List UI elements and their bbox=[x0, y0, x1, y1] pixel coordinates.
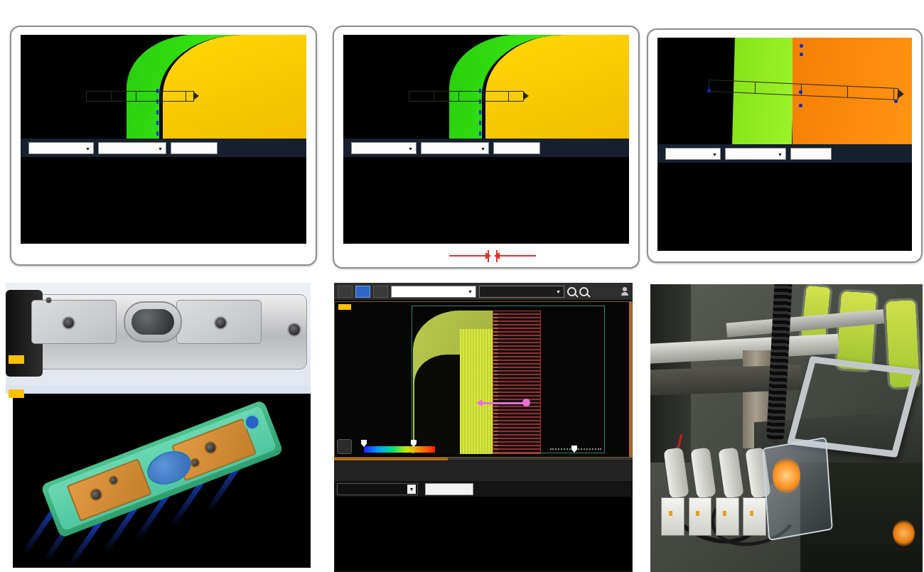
arrow-left-icon bbox=[499, 255, 536, 257]
gap-measure-arrow bbox=[482, 402, 526, 404]
vertical-scrollbar[interactable] bbox=[629, 302, 632, 457]
profile-chart-area bbox=[343, 157, 629, 244]
step-profile-chart[interactable] bbox=[21, 157, 306, 244]
tab-3d[interactable] bbox=[373, 286, 388, 298]
measurement-roi[interactable] bbox=[409, 91, 524, 102]
roi-node[interactable] bbox=[799, 104, 802, 107]
pin-hole bbox=[45, 297, 52, 303]
dropdown-caret-icon bbox=[712, 150, 717, 158]
dropdown-caret-icon bbox=[778, 150, 783, 158]
tab-2d[interactable] bbox=[355, 286, 370, 298]
sensor-box bbox=[743, 497, 766, 536]
physical-photo bbox=[6, 283, 311, 385]
battery-cap-3d bbox=[41, 399, 284, 538]
step-detection-window bbox=[10, 26, 317, 266]
fill-hole bbox=[287, 323, 301, 337]
height-image-view bbox=[343, 35, 629, 139]
output-select[interactable] bbox=[28, 142, 94, 154]
preweld-detection-window bbox=[647, 28, 923, 263]
vision-toolbar bbox=[21, 139, 306, 157]
fit-view-icon[interactable] bbox=[591, 286, 605, 297]
sensor-box bbox=[661, 497, 684, 536]
status-light bbox=[893, 520, 915, 546]
zoom-out-icon[interactable] bbox=[579, 287, 589, 296]
height-image-view bbox=[657, 38, 912, 144]
contour-row bbox=[337, 482, 473, 495]
image-select[interactable] bbox=[391, 286, 476, 298]
terminal-plate bbox=[176, 300, 262, 344]
dropdown-caret-icon bbox=[408, 144, 413, 152]
height-image-view bbox=[21, 35, 306, 139]
gap-chart-area bbox=[335, 497, 631, 571]
output-select[interactable] bbox=[665, 148, 721, 160]
image-viewport[interactable] bbox=[334, 301, 633, 458]
dropdown-caret-icon bbox=[556, 288, 561, 295]
app-top-bar bbox=[334, 283, 633, 301]
equipment-photo bbox=[650, 284, 923, 572]
3d-image-view bbox=[13, 394, 311, 568]
roi-label bbox=[338, 304, 351, 310]
measurement-roi[interactable] bbox=[86, 91, 194, 102]
measure-select[interactable] bbox=[725, 148, 786, 160]
gap-measure-point[interactable] bbox=[522, 399, 530, 406]
dropdown-caret-icon bbox=[85, 144, 90, 152]
terminal-plate bbox=[31, 300, 117, 344]
sensor-box bbox=[716, 497, 739, 536]
zoom-in-icon[interactable] bbox=[567, 287, 576, 296]
roi-node[interactable] bbox=[707, 89, 711, 92]
dropdown-caret-icon bbox=[468, 288, 473, 295]
terminal-hole bbox=[62, 316, 75, 330]
sensor-box bbox=[689, 497, 712, 536]
view-overlay-bar bbox=[337, 434, 626, 455]
expand-icon[interactable] bbox=[614, 306, 625, 317]
terminal-hole bbox=[107, 475, 119, 487]
value-box[interactable] bbox=[790, 148, 832, 160]
horizontal-scrollbar[interactable] bbox=[334, 458, 633, 460]
vision-toolbar bbox=[657, 144, 912, 163]
slide-canvas bbox=[0, 0, 924, 572]
roi-node[interactable] bbox=[894, 99, 898, 103]
measure-select[interactable] bbox=[98, 142, 166, 154]
gap-measure-chart[interactable] bbox=[335, 497, 630, 569]
divider-strip bbox=[6, 385, 311, 394]
dropdown-caret-icon bbox=[407, 485, 416, 494]
physical-photo-label bbox=[9, 355, 24, 364]
terminal-hole bbox=[88, 487, 104, 502]
output-select[interactable] bbox=[351, 142, 417, 154]
width-annotation bbox=[334, 247, 638, 265]
color-scale-bar[interactable] bbox=[364, 446, 435, 453]
vision-toolbar bbox=[343, 139, 629, 157]
clear-enclosure bbox=[762, 437, 833, 541]
dropdown-caret-icon bbox=[480, 144, 485, 152]
value-box[interactable] bbox=[171, 142, 217, 154]
gap-scan-region bbox=[493, 311, 541, 454]
roi-node[interactable] bbox=[799, 90, 802, 94]
target-button[interactable] bbox=[337, 439, 352, 454]
arrow-right-icon bbox=[449, 255, 486, 257]
status-light bbox=[773, 457, 800, 495]
3d-image-label bbox=[9, 389, 24, 398]
contour-select[interactable] bbox=[337, 483, 418, 495]
gap-profile-chart[interactable] bbox=[343, 157, 629, 244]
preweld-profile-chart[interactable] bbox=[657, 163, 912, 251]
gap-detection-window bbox=[333, 26, 640, 269]
inspection-app-window bbox=[334, 283, 633, 572]
dropdown-caret-icon bbox=[158, 144, 163, 152]
grid-view-button[interactable] bbox=[338, 286, 353, 298]
tool-ribbon bbox=[334, 461, 633, 481]
position-slider-handle[interactable] bbox=[571, 446, 577, 453]
contour-number-box[interactable] bbox=[425, 483, 473, 495]
profile-chart-area bbox=[21, 157, 306, 244]
measure-select[interactable] bbox=[421, 142, 489, 154]
value-box[interactable] bbox=[493, 142, 540, 154]
user-icon[interactable] bbox=[621, 287, 629, 296]
vent-oval bbox=[124, 301, 182, 342]
terminal-hole bbox=[203, 440, 218, 455]
processing-select[interactable] bbox=[479, 286, 564, 298]
terminal-hole bbox=[214, 316, 227, 330]
profile-chart-area bbox=[657, 163, 912, 251]
cable-conduit bbox=[765, 284, 792, 443]
